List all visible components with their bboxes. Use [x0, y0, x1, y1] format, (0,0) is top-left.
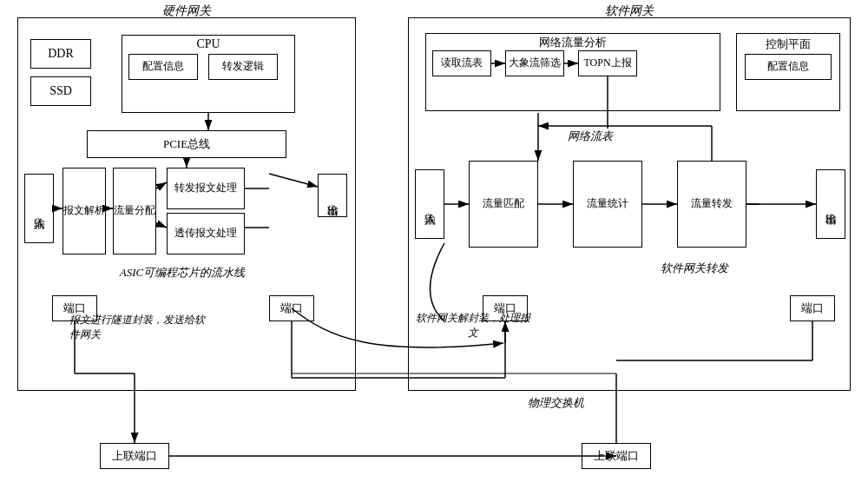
read-flow-table-box: 读取流表 [432, 50, 491, 76]
sw-uplink-right: 上联端口 [582, 443, 651, 469]
network-flow-table-label: 网络流表 [538, 129, 642, 144]
sw-config-box: 配置信息 [745, 54, 832, 80]
traffic-stats-box: 流量统计 [573, 161, 642, 248]
sw-output-box: 输出 [816, 169, 845, 239]
hw-output-box: 输出 [318, 174, 347, 217]
sw-gateway-title: 软件网关 [408, 3, 851, 19]
hw-uplink-left: 上联端口 [100, 443, 169, 469]
hw-input-box: 输入 [24, 174, 54, 243]
pcie-bus-box: PCIE总线 [87, 130, 286, 158]
forward-packet-box: 转发报文处理 [167, 168, 245, 209]
cpu-config-box: 配置信息 [128, 54, 198, 80]
hw-port-right: 端口 [269, 295, 314, 321]
control-plane-title: 控制平面 [736, 36, 840, 52]
elephant-filter-box: 大象流筛选 [505, 50, 564, 76]
cpu-forward-box: 转发逻辑 [208, 54, 278, 80]
passthrough-packet-box: 透传报文处理 [167, 213, 245, 254]
sw-port-right: 端口 [790, 295, 835, 321]
cpu-label: CPU [122, 37, 295, 51]
tunnel-label: 报文进行隧道封装，发送给软件网关 [69, 313, 208, 342]
packet-parse-box: 报文解析 [62, 168, 106, 254]
traffic-forward-box: 流量转发 [677, 161, 746, 248]
ssd-box: SSD [30, 76, 91, 106]
hw-gateway-title: 硬件网关 [17, 3, 356, 19]
topn-report-box: TOPN上报 [578, 50, 637, 76]
sw-decap-label: 软件网关解封装，处理报文 [412, 311, 534, 340]
nta-title: 网络流量分析 [425, 35, 720, 50]
diagram: 硬件网关 软件网关 DDR SSD CPU 配置信息 转发逻辑 PCIE总线 输… [0, 0, 868, 489]
sw-input-box: 输入 [415, 169, 444, 239]
ddr-box: DDR [30, 39, 91, 69]
asic-pipeline-label: ASIC可编程芯片的流水线 [22, 265, 343, 281]
traffic-alloc-box: 流量分配 [113, 168, 156, 254]
physical-switch-label: 物理交换机 [512, 395, 599, 411]
traffic-match-box: 流量匹配 [469, 161, 538, 248]
sw-forward-label: 软件网关转发 [608, 261, 781, 276]
